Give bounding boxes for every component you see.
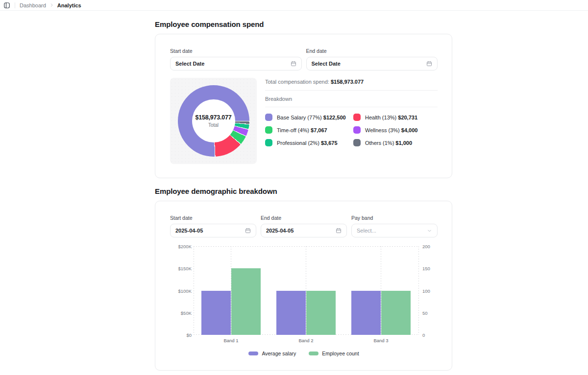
legend-value: $7,067 [311, 127, 327, 133]
legend-swatch [309, 352, 318, 355]
pie-legend: Base Salary (77%) $122,500Health (13%) $… [265, 114, 438, 146]
axis-tick-label: $150K [178, 266, 192, 271]
demo-end-date-field: End date 2025-04-05 [261, 215, 347, 237]
pay-band-select[interactable]: Select... [351, 224, 438, 237]
legend-item: Wellness (3%) $4,000 [353, 126, 438, 134]
legend-label: Base Salary (77%) $122,500 [277, 115, 346, 120]
axis-tick-label: 0 [422, 332, 425, 338]
end-date-label: End date [306, 48, 438, 54]
breadcrumb: Dashboard Analytics [20, 2, 81, 8]
donut-center-label: Total [208, 122, 219, 128]
bar-average-salary [351, 291, 381, 335]
pay-band-label: Pay band [351, 215, 438, 221]
legend-value: $20,731 [398, 115, 417, 120]
x-axis: Band 1Band 2Band 3 [194, 338, 418, 343]
legend-label: Wellness (3%) $4,000 [365, 127, 417, 133]
calendar-icon [245, 228, 251, 234]
band-group [194, 246, 269, 335]
comp-end-date-field: End date Select Date [306, 48, 438, 70]
start-date-label: Start date [170, 215, 256, 221]
axis-tick-label: 100 [422, 288, 430, 293]
axis-tick-label: 50 [422, 310, 428, 315]
donut-center: $158,973.077 Total [192, 99, 235, 142]
bar-average-salary [201, 291, 231, 335]
donut-chart: $158,973.077 Total [178, 85, 249, 157]
band-group [343, 246, 418, 335]
start-date-value: Select Date [175, 61, 204, 67]
legend-label: Employee count [322, 351, 359, 356]
chevron-down-icon [427, 228, 432, 234]
legend-label: Professional (2%) $3,675 [277, 140, 338, 146]
legend-swatch [265, 126, 272, 134]
demo-start-date-input[interactable]: 2025-04-05 [170, 224, 256, 237]
legend-average-salary: Average salary [248, 351, 296, 356]
legend-value: $4,000 [401, 127, 418, 133]
total-spend-line: Total compensation spend: $158,973.077 [265, 79, 438, 91]
y-axis-left: $0$50K$100K$150K$200K [170, 246, 192, 335]
band-group [269, 246, 343, 335]
end-date-label: End date [261, 215, 347, 221]
legend-item: Others (1%) $1,000 [353, 139, 438, 146]
pay-band-field: Pay band Select... [351, 215, 438, 237]
legend-value: $3,675 [321, 140, 338, 146]
demographic-card: Start date 2025-04-05 End date 2025-04-0… [155, 201, 452, 371]
legend-label: Average salary [262, 351, 296, 356]
axis-tick-label: $200K [178, 244, 192, 249]
end-date-value: 2025-04-05 [266, 228, 294, 234]
donut-center-value: $158,973.077 [195, 114, 231, 121]
legend-value: $1,000 [395, 140, 412, 146]
x-axis-label: Band 3 [343, 338, 418, 343]
topbar: Dashboard Analytics [0, 0, 588, 11]
pay-band-placeholder: Select... [357, 228, 376, 234]
legend-swatch [248, 352, 258, 355]
bar-chart-plot [194, 246, 418, 335]
legend-label: Others (1%) $1,000 [365, 140, 412, 146]
legend-swatch [265, 139, 272, 146]
legend-swatch [353, 114, 361, 121]
start-date-value: 2025-04-05 [175, 228, 203, 234]
demo-start-date-field: Start date 2025-04-05 [170, 215, 256, 237]
axis-tick-label: 150 [422, 266, 430, 271]
calendar-icon [426, 61, 432, 67]
legend-item: Time-off (4%) $7,067 [265, 126, 349, 134]
chart-legend: Average salaryEmployee count [170, 351, 438, 356]
legend-label: Time-off (4%) $7,067 [277, 127, 327, 133]
axis-tick-label: 200 [422, 244, 430, 249]
end-date-value: Select Date [312, 61, 341, 67]
comp-end-date-input[interactable]: Select Date [306, 57, 438, 70]
compensation-card: Start date Select Date End date Select D… [155, 34, 452, 178]
legend-value: $122,500 [323, 115, 346, 120]
breadcrumb-dashboard[interactable]: Dashboard [20, 2, 46, 8]
start-date-label: Start date [170, 48, 302, 54]
chevron-right-icon [49, 3, 54, 7]
comp-start-date-input[interactable]: Select Date [170, 57, 302, 70]
compensation-section-title: Employee compensation spend [155, 20, 452, 28]
demo-end-date-input[interactable]: 2025-04-05 [261, 224, 347, 237]
x-axis-label: Band 2 [269, 338, 343, 343]
legend-item: Base Salary (77%) $122,500 [265, 114, 349, 121]
bar-employee-count [306, 291, 336, 335]
legend-swatch [265, 114, 272, 121]
main-content: Employee compensation spend Start date S… [155, 20, 452, 371]
legend-item: Health (13%) $20,731 [353, 114, 438, 121]
axis-tick-label: $0 [186, 332, 192, 338]
calendar-icon [291, 61, 296, 67]
bar-employee-count [381, 291, 411, 335]
bar-chart: $0$50K$100K$150K$200K 050100150200 Band … [170, 246, 438, 356]
breakdown-heading: Breakdown [265, 96, 438, 107]
donut-panel: $158,973.077 Total [170, 78, 257, 164]
topbar-divider [15, 2, 15, 8]
calendar-icon [336, 228, 342, 234]
legend-swatch [353, 126, 361, 134]
sidebar-toggle-icon[interactable] [3, 2, 10, 9]
demographic-section-title: Employee demographic breakdown [155, 187, 452, 195]
axis-tick-label: $50K [181, 310, 192, 315]
bar-employee-count [231, 268, 261, 335]
breadcrumb-analytics: Analytics [57, 2, 81, 8]
axis-tick-label: $100K [178, 288, 192, 293]
total-spend-value: $158,973.077 [331, 79, 364, 85]
bar-average-salary [276, 291, 306, 335]
comp-start-date-field: Start date Select Date [170, 48, 302, 70]
x-axis-label: Band 1 [194, 338, 269, 343]
legend-item: Professional (2%) $3,675 [265, 139, 349, 146]
